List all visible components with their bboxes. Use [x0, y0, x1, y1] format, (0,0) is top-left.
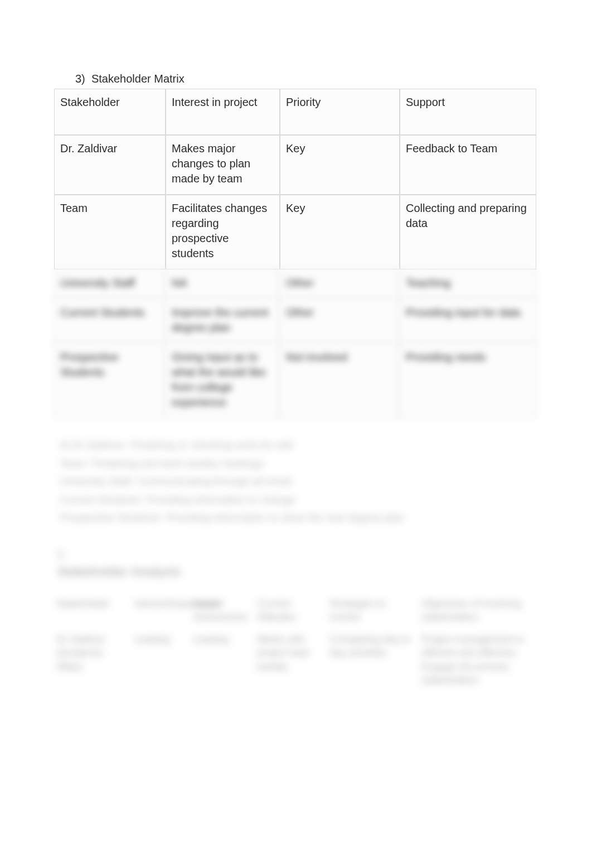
cell-stakeholder: Dr. Zaldivar: [54, 135, 166, 195]
table-row: Dr Zaldivar (Academic Affair) Leading Le…: [53, 629, 532, 692]
col-header: Interest/Importance: [131, 594, 190, 630]
col-header-interest: Interest in project: [166, 89, 280, 135]
cell-stakeholder: Team: [54, 195, 166, 269]
table-header-row: Stakeholder Interest in project Priority…: [54, 89, 536, 135]
cell-support: Providing needs: [400, 344, 536, 418]
col-header: Strategies to involve: [326, 594, 418, 630]
blurred-paragraph-block: 4) Dr Zaldivar- Finalizing or checking w…: [60, 437, 539, 526]
cell-interest: Makes major changes to plan made by team: [166, 135, 280, 195]
table-header-row: Stakeholder Interest/Importance Impact A…: [53, 594, 532, 630]
stakeholder-analysis-table: Stakeholder Interest/Importance Impact A…: [53, 594, 532, 693]
cell-priority: Key: [280, 195, 400, 269]
cell-stakeholder: Prospective Students: [54, 344, 166, 418]
blurred-line: University Staff- Communicating through …: [60, 474, 539, 490]
col-header: Objectives of involving stakeholders: [418, 594, 532, 630]
blurred-line: 4) Dr Zaldivar- Finalizing or checking w…: [60, 437, 539, 454]
cell-interest: Facilitates changes regarding prospectiv…: [166, 195, 280, 269]
cell-priority: Key: [280, 135, 400, 195]
cell: Dr Zaldivar (Academic Affair): [53, 629, 131, 692]
stakeholder-matrix-table: Stakeholder Interest in project Priority…: [54, 89, 536, 418]
blurred-line: Prospective Students- Providing informat…: [60, 510, 539, 526]
cell-priority: Other: [280, 299, 400, 344]
table-row: Team Facilitates changes regarding prosp…: [54, 195, 536, 269]
cell-support: Collecting and preparing data: [400, 195, 536, 269]
cell-stakeholder: Current Students: [54, 299, 166, 344]
blurred-line: Current Students- Providing information …: [60, 492, 539, 508]
cell: Completing day to day activities: [326, 629, 418, 692]
cell-stakeholder: University Staff: [54, 269, 166, 299]
blurred-section-number: 5.: [57, 548, 539, 561]
blurred-line: Team- Finalizing and work weekly meeting…: [60, 456, 539, 472]
cell-support: Feedback to Team: [400, 135, 536, 195]
section-heading: 3) Stakeholder Matrix: [75, 73, 539, 85]
section-title-text: Stakeholder Matrix: [91, 73, 185, 85]
table-row: Dr. Zaldivar Makes major changes to plan…: [54, 135, 536, 195]
table-row-blurred: University Staff NA Other Teaching: [54, 269, 536, 299]
cell-interest: Giving input as to what the would like f…: [166, 344, 280, 418]
table-row-blurred: Current Students Improve the current deg…: [54, 299, 536, 344]
cell: Project management is efficient and effe…: [418, 629, 532, 692]
cell-priority: Not involved: [280, 344, 400, 418]
col-header-support: Support: [400, 89, 536, 135]
col-header-priority: Priority: [280, 89, 400, 135]
cell-interest: NA: [166, 269, 280, 299]
section-number: 3): [75, 73, 85, 85]
cell-support: Teaching: [400, 269, 536, 299]
col-header: Stakeholder: [53, 594, 131, 630]
blurred-section-heading: Stakeholder Analysis: [57, 565, 539, 579]
cell-interest: Improve the current degree plan: [166, 299, 280, 344]
col-header: Impact Assessment: [190, 594, 254, 630]
col-header-stakeholder: Stakeholder: [54, 89, 166, 135]
cell-support: Providing input for data: [400, 299, 536, 344]
table-row-blurred: Prospective Students Giving input as to …: [54, 344, 536, 418]
col-header: Current Attitudes: [254, 594, 326, 630]
cell-priority: Other: [280, 269, 400, 299]
cell: Leading: [190, 629, 254, 692]
cell: Meets with project lead weekly: [254, 629, 326, 692]
stakeholder-analysis-table-wrap: Stakeholder Interest/Importance Impact A…: [53, 594, 539, 693]
cell: Leading: [131, 629, 190, 692]
